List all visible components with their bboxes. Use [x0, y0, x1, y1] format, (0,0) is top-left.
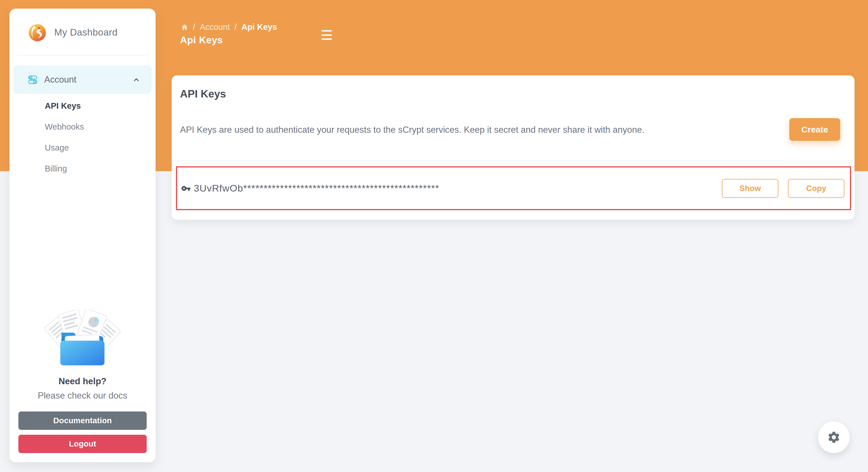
dashboard-title: My Dashboard — [54, 27, 118, 38]
settings-fab[interactable] — [818, 422, 849, 453]
api-key-row: 3UvRfwOb********************************… — [176, 166, 851, 210]
breadcrumb: / Account / Api Keys — [181, 22, 277, 32]
card-description: API Keys are used to authenticate your r… — [180, 125, 725, 135]
sidebar-item-usage[interactable]: Usage — [45, 143, 131, 155]
show-button[interactable]: Show — [722, 179, 778, 198]
chevron-up-icon — [133, 76, 140, 83]
api-keys-card: API Keys API Keys are used to authentica… — [172, 75, 855, 220]
card-title: API Keys — [180, 88, 226, 100]
masked-api-key: 3UvRfwOb********************************… — [194, 183, 722, 194]
sidebar-section-account[interactable]: Account — [13, 65, 152, 94]
sidebar-item-webhooks[interactable]: Webhooks — [45, 122, 131, 134]
breadcrumb-separator: / — [235, 22, 237, 32]
sidebar-item-api-keys[interactable]: API Keys — [45, 101, 131, 113]
brand: My Dashboard — [28, 23, 118, 42]
scrypt-dragon-logo — [28, 23, 47, 42]
logout-button[interactable]: Logout — [19, 435, 147, 453]
toggles-icon — [28, 74, 38, 85]
sidebar-section-label: Account — [44, 74, 76, 85]
card-divider — [172, 161, 855, 161]
home-icon[interactable] — [181, 24, 188, 31]
sidebar: My Dashboard Account API Keys Webhooks U… — [9, 9, 156, 462]
copy-button[interactable]: Copy — [788, 179, 844, 198]
page-title: Api Keys — [180, 34, 223, 45]
create-button[interactable]: Create — [789, 118, 840, 141]
dashboard-page: { "brand": { "logo_icon": "scrypt-dragon… — [0, 0, 868, 472]
breadcrumb-item-api-keys: Api Keys — [241, 22, 277, 32]
key-icon — [181, 183, 191, 193]
docs-folder-illustration — [44, 310, 121, 371]
sidebar-item-billing[interactable]: Billing — [45, 164, 131, 175]
sidebar-divider — [17, 55, 147, 56]
documentation-button[interactable]: Documentation — [19, 411, 147, 430]
breadcrumb-separator: / — [193, 22, 195, 32]
need-help-title: Need help? — [9, 376, 156, 386]
breadcrumb-item-account[interactable]: Account — [200, 22, 230, 32]
hamburger-menu-icon[interactable] — [321, 30, 332, 40]
gear-icon — [827, 430, 841, 444]
need-help-subtitle: Please check our docs — [9, 391, 156, 401]
